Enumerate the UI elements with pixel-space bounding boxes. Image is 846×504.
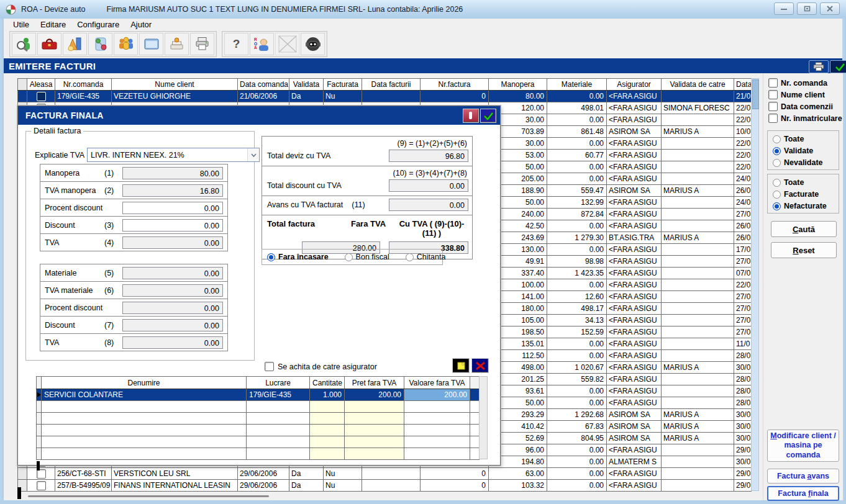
radio-fara-incasare[interactable]: Fara încasare [267,253,329,261]
menu-configurare[interactable]: Configurare [71,19,125,30]
order-row[interactable]: 257/B-54995/09FINANS INTERNATIONAL LEASI… [18,480,752,492]
order-row[interactable]: 179/GIE-435VEZETEU GHIORGHE21/06/2006DaN… [18,91,752,102]
row-checkbox[interactable] [37,481,46,490]
col-validata-de-catre[interactable]: Validata de catre [662,79,734,91]
users-icon[interactable] [114,33,138,55]
totals-box: (9) = (1)+(2)+(5)+(6) Total deviz cu TVA… [262,136,473,259]
explicatie-tva-combobox[interactable]: LIVR. INTERN NEEX. 21% [87,148,260,162]
col-validata[interactable]: Validata [289,79,324,91]
radio-validate[interactable]: Validate [773,146,839,155]
confirm-selection-button[interactable] [830,60,846,73]
robot-icon[interactable] [301,33,325,55]
dialog-cancel-button[interactable] [463,109,479,123]
factura-finala-button[interactable]: Factura finala [767,486,839,501]
reset-button[interactable]: Reset [771,242,837,258]
col-aleasa[interactable]: Aleasa [27,79,55,91]
col-denumire[interactable]: Denumire [42,377,247,389]
col-data-comanda[interactable]: Data comanda [238,79,289,91]
print-list-button[interactable] [809,60,829,73]
dialog-confirm-button[interactable] [480,109,496,123]
orders-horizontal-scroll-thumb[interactable] [28,495,269,497]
filter-data-comenzii-checkbox[interactable] [768,102,778,111]
achita-asigurator-option[interactable]: Se achita de catre asigurator [265,362,377,371]
col-nr-factura[interactable]: Nr.factura [421,79,489,91]
chevron-down-icon[interactable] [247,148,259,161]
archive-icon[interactable] [165,33,189,55]
col-lucrare[interactable]: Lucrare [247,377,310,389]
col-asigurator[interactable]: Asigurator [607,79,662,91]
orders-scroll-thumb[interactable] [752,79,759,109]
diagram-icon[interactable] [88,33,112,55]
radio-icon[interactable] [345,253,353,261]
order-row[interactable]: 256/CT-68-STIVERSTICON LEU SRL29/06/2006… [18,468,752,480]
col-nume-client[interactable]: Nume client [112,79,238,91]
filter-data-comenzii[interactable]: Data comenzii [768,102,833,111]
item-row-empty[interactable] [37,425,480,436]
minimize-button[interactable] [774,2,794,15]
filter-nume-client-checkbox[interactable] [768,90,778,99]
client-search-icon[interactable] [12,33,36,55]
toolbox-icon[interactable] [37,33,61,55]
radio-facturate[interactable]: Facturate [773,190,839,199]
col-data-facturii[interactable]: Data facturii [362,79,421,91]
radio-icon[interactable] [406,253,414,261]
col-cantitate[interactable]: Cantitate [310,377,345,389]
achita-asigurator-checkbox[interactable] [265,362,274,371]
row-checkbox[interactable] [37,92,46,101]
radio-icon-selected[interactable] [773,147,781,155]
col-nr-comanda[interactable]: Nr.comanda [55,79,112,91]
window-icon[interactable] [139,33,163,55]
filter-nume-client[interactable]: Nume client [768,90,825,99]
maximize-button[interactable] [797,2,817,15]
item-row-empty[interactable] [37,413,480,425]
item-row-empty[interactable] [37,401,480,413]
radio-icon[interactable] [773,179,781,187]
col-data[interactable]: Data [734,79,752,91]
order-cell: ASIROM SA [607,433,662,444]
menu-ajutor[interactable]: Ajutor [125,19,157,30]
items-table[interactable]: Denumire Lucrare Cantitate Pret fara TVA… [36,376,480,460]
radio-icon-selected[interactable] [773,202,781,210]
col-materiale[interactable]: Materiale [547,79,607,91]
modificare-client-button[interactable]: Modificare client / masina pe comanda [767,430,839,462]
printer-icon[interactable] [190,33,214,55]
radio-bon-fiscal[interactable]: Bon fiscal [345,253,389,261]
radio-toate-validate[interactable]: Toate [773,135,839,143]
filter-nr-inmatriculare-checkbox[interactable] [768,114,778,123]
radio-icon[interactable] [773,135,781,143]
item-row[interactable]: SERVICII COLANTARE179/GIE-4351.000200.00… [37,389,480,401]
roa-support-icon[interactable]: ROA [250,33,274,55]
order-cell [662,197,734,209]
procent-discount-manopera-field[interactable]: 0.00 [122,202,223,214]
radio-icon[interactable] [773,191,781,199]
radio-icon-selected[interactable] [267,253,275,261]
menu-utile[interactable]: Utile [7,19,35,30]
menu-editare[interactable]: Editare [35,19,71,30]
cauta-button[interactable]: Caută [771,221,837,237]
radio-chitanta[interactable]: Chitanta [406,253,446,261]
delete-item-button[interactable] [471,358,489,373]
filter-nr-comanda[interactable]: Nr. comanda [768,78,827,88]
filter-nr-comanda-checkbox[interactable] [768,78,778,88]
discount-manopera-field[interactable]: 0.00 [122,219,223,232]
order-cell: MARIUS A [662,409,734,421]
col-valoare-fara-tva[interactable]: Valoare fara TVA [404,377,470,389]
col-facturata[interactable]: Facturata [324,79,362,91]
factura-avans-button[interactable]: Factura avans [767,469,839,484]
items-vertical-scrollbar[interactable] [479,376,488,459]
item-row-empty[interactable] [37,436,480,448]
radio-icon[interactable] [773,159,781,167]
filter-nr-inmatriculare[interactable]: Nr. înmatriculare [768,114,842,123]
close-button[interactable] [820,2,840,15]
chart-icon[interactable] [63,33,87,55]
col-manopera[interactable]: Manopera [489,79,547,91]
add-note-button[interactable] [452,358,470,373]
order-cell: 28/0 [734,397,752,409]
radio-toate-facturate[interactable]: Toate [773,178,839,187]
item-row-empty[interactable] [37,448,480,460]
help-icon[interactable]: ? [224,33,248,55]
col-pret-fara-tva[interactable]: Pret fara TVA [345,377,404,389]
radio-nevalidate[interactable]: Nevalidate [773,158,839,167]
radio-nefacturate[interactable]: Nefacturate [773,202,839,210]
orders-vertical-scrollbar[interactable] [751,78,759,491]
